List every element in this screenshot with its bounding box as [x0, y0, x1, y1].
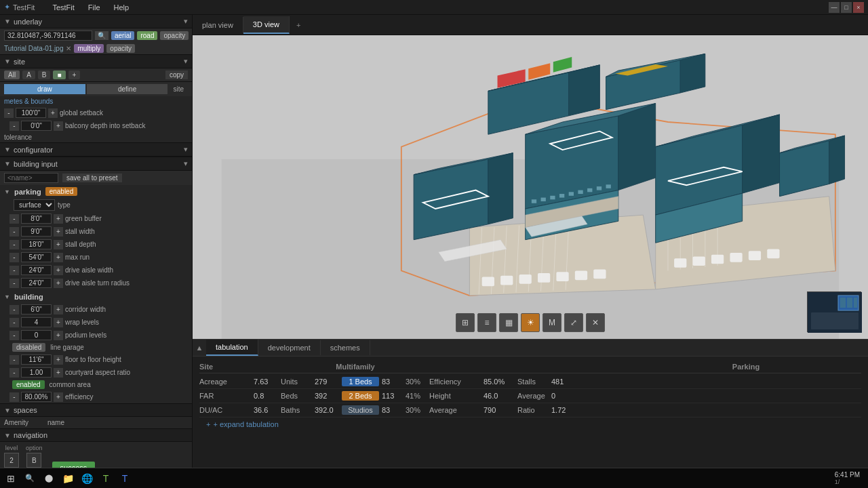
stall-depth-value[interactable] — [21, 239, 52, 249]
podium-levels-value[interactable] — [21, 330, 52, 340]
balcony-depth-minus[interactable]: - — [9, 121, 19, 131]
corridor-width-minus[interactable]: - — [9, 305, 19, 314]
wrap-levels-minus[interactable]: - — [9, 318, 19, 327]
spaces-section-header[interactable]: ▼ spaces — [0, 404, 192, 417]
parking-status-badge[interactable]: enabled — [45, 187, 78, 196]
site-section-header[interactable]: ▼ site ▾ — [0, 55, 192, 68]
balcony-depth-plus[interactable]: + — [54, 121, 63, 131]
building-input-section-header[interactable]: ▼ building input ▾ — [0, 157, 192, 171]
level-up-button[interactable]: 2 — [4, 453, 19, 468]
drive-aisle-turn-minus[interactable]: - — [9, 279, 19, 288]
efficiency-plus[interactable]: + — [54, 392, 63, 402]
viewport-icon-sun[interactable]: ☀ — [521, 313, 540, 332]
tab-b-button[interactable]: B — [38, 70, 51, 79]
road-tag-button[interactable]: road — [137, 31, 157, 40]
name-input[interactable] — [4, 173, 58, 183]
preset-button[interactable]: save all to preset — [62, 174, 122, 182]
underlay-dropdown-icon[interactable]: ▾ — [184, 17, 188, 26]
tab-plus-button[interactable]: + — [68, 70, 81, 79]
drive-aisle-width-minus[interactable]: - — [9, 266, 19, 275]
balcony-depth-value[interactable] — [21, 121, 52, 131]
tab-3d-view[interactable]: 3D view — [243, 16, 290, 34]
define-button[interactable]: define — [87, 84, 168, 94]
tab-active-button[interactable]: ■ — [53, 70, 65, 79]
max-run-minus[interactable]: - — [9, 253, 19, 262]
efficiency-value[interactable] — [21, 392, 52, 402]
multiply-button[interactable]: multiply — [74, 44, 104, 53]
stall-width-plus[interactable]: + — [54, 227, 63, 237]
tab-tabulation[interactable]: tabulation — [206, 340, 258, 356]
coords-search-button[interactable]: 🔍 — [95, 31, 108, 40]
floor-to-floor-value[interactable] — [21, 354, 52, 365]
site-dropdown-icon[interactable]: ▾ — [184, 57, 188, 66]
surface-type-select[interactable]: surface — [14, 199, 55, 211]
viewport-icon-cross[interactable]: ✕ — [586, 313, 605, 332]
drive-aisle-width-value[interactable] — [21, 265, 52, 275]
global-setback-plus[interactable]: + — [48, 108, 58, 118]
file-opacity-button[interactable]: opacity — [106, 44, 135, 53]
maximize-button[interactable]: □ — [841, 2, 852, 13]
building-collapse-icon[interactable]: ▼ — [4, 293, 10, 300]
taskbar-search-icon[interactable]: 🔍 — [22, 470, 38, 487]
taskbar-start-icon[interactable]: ⊞ — [3, 470, 19, 487]
navigation-section-header[interactable]: ▼ navigation — [0, 429, 192, 442]
parking-collapse-icon[interactable]: ▼ — [4, 188, 10, 195]
green-buffer-minus[interactable]: - — [9, 214, 19, 224]
tab-all-button[interactable]: All — [4, 70, 20, 79]
bottom-panel-toggle[interactable]: ▲ — [193, 344, 206, 352]
metes-bounds-row[interactable]: metes & bounds — [0, 96, 192, 106]
minimize-button[interactable]: — — [829, 2, 840, 13]
green-buffer-plus[interactable]: + — [54, 214, 63, 224]
courtyard-aspect-value[interactable] — [21, 367, 52, 378]
viewport-icon-list[interactable]: ≡ — [477, 313, 496, 332]
option-b-button[interactable]: B — [26, 453, 41, 468]
tab-a-button[interactable]: A — [22, 70, 35, 79]
wrap-levels-plus[interactable]: + — [54, 318, 63, 327]
draw-button[interactable]: draw — [4, 84, 85, 94]
drive-aisle-turn-plus[interactable]: + — [54, 279, 63, 288]
menu-help[interactable]: Help — [111, 2, 132, 13]
close-button[interactable]: × — [853, 2, 864, 13]
taskbar-cortana-icon[interactable]: ⬤ — [41, 470, 57, 487]
viewport-icon-m[interactable]: M — [542, 313, 561, 332]
corridor-width-plus[interactable]: + — [54, 305, 63, 314]
stall-depth-minus[interactable]: - — [9, 240, 19, 249]
copy-button[interactable]: copy — [165, 70, 188, 79]
courtyard-aspect-plus[interactable]: + — [54, 368, 63, 378]
drive-aisle-width-plus[interactable]: + — [54, 266, 63, 275]
tab-schemes[interactable]: schemes — [321, 340, 370, 355]
global-setback-value[interactable] — [16, 108, 46, 118]
configurator-dropdown-icon[interactable]: ▾ — [184, 145, 188, 154]
common-area-status[interactable]: enabled — [12, 380, 45, 389]
line-garage-status[interactable]: disabled — [12, 343, 45, 352]
global-setback-minus[interactable]: - — [4, 108, 14, 118]
building-input-dropdown-icon[interactable]: ▾ — [184, 159, 188, 168]
menu-file[interactable]: File — [85, 2, 103, 13]
stall-width-value[interactable] — [21, 226, 52, 237]
taskbar-app1-icon[interactable]: T — [98, 470, 114, 487]
tab-plan-view[interactable]: plan view — [193, 17, 243, 33]
coords-input[interactable] — [4, 30, 92, 41]
taskbar-browser-icon[interactable]: 🌐 — [79, 470, 95, 487]
max-run-plus[interactable]: + — [54, 253, 63, 262]
add-view-button[interactable]: + — [290, 17, 307, 33]
green-buffer-value[interactable] — [21, 214, 52, 224]
floor-to-floor-plus[interactable]: + — [54, 355, 63, 365]
podium-levels-plus[interactable]: + — [54, 331, 63, 340]
max-run-value[interactable] — [21, 252, 52, 262]
menu-testfit[interactable]: TestFit — [50, 2, 77, 13]
underlay-section-header[interactable]: ▼ underlay ▾ — [0, 15, 192, 28]
tab-development[interactable]: development — [258, 340, 321, 355]
success-button[interactable]: success — [52, 462, 96, 468]
expand-tabulation-button[interactable]: + + expand tabulation — [199, 418, 861, 431]
efficiency-minus[interactable]: - — [9, 392, 19, 402]
taskbar-app2-icon[interactable]: T — [117, 470, 133, 487]
aerial-tag-button[interactable]: aerial — [111, 31, 134, 40]
courtyard-aspect-minus[interactable]: - — [9, 368, 19, 378]
opacity-tag-button[interactable]: opacity — [160, 31, 189, 40]
file-close-button[interactable]: ✕ — [66, 45, 71, 52]
stall-width-minus[interactable]: - — [9, 227, 19, 237]
viewport-icon-expand[interactable]: ⤢ — [564, 313, 583, 332]
stall-depth-plus[interactable]: + — [54, 240, 63, 249]
floor-to-floor-minus[interactable]: - — [9, 355, 19, 365]
